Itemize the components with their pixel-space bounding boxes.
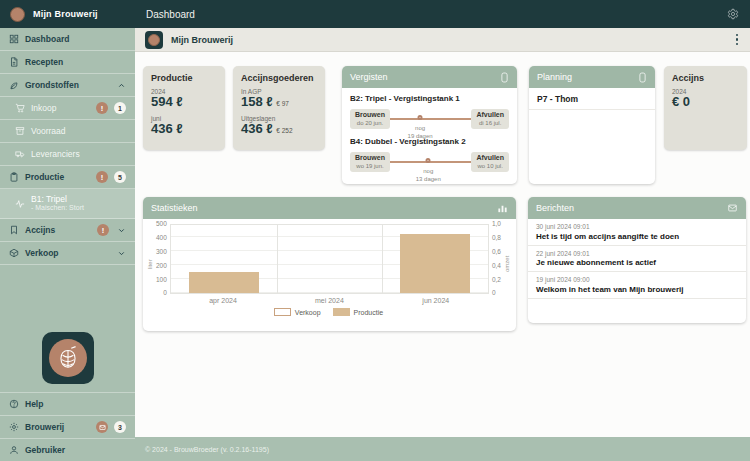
truck-icon [15,149,25,159]
sidebar-item-brouwerij-settings[interactable]: Brouwerij 3 [0,415,135,438]
user-icon [9,445,19,455]
message-item[interactable]: 22 juni 2024 09:01 Je nieuwe abonnement … [528,246,746,273]
stat-value: 158 ℓ € 97 [241,95,317,110]
settings-gear-icon[interactable] [727,8,739,20]
y-tick: 0,4 [492,263,501,270]
accijnsgoederen-card: Accijnsgoederen In AGP 158 ℓ € 97 Uitges… [233,66,325,150]
statistieken-card-header: Statistieken [143,197,516,219]
sidebar-item-accijns[interactable]: Accijns ! [0,219,135,242]
fill-step-pill: Afvullen wo 10 jul. [471,152,509,172]
remaining-word: nog [415,125,425,131]
sidebar-item-label: Accijns [25,225,55,235]
remaining-days: 19 dagen [408,133,433,139]
step-label: Brouwen [355,154,385,163]
bookmark-icon [9,225,19,235]
sidebar-item-label: Inkoop [31,103,57,113]
chart-body: liter 500 400 300 200 100 0 [143,219,516,319]
y-tick: 0,6 [492,249,501,256]
bar-chart-icon[interactable] [497,203,508,214]
step-label: Brouwen [355,111,385,120]
kebab-menu-icon[interactable] [734,32,741,48]
statistieken-card: Statistieken liter 500 400 300 [143,197,516,331]
remaining-days: 13 dagen [416,176,441,182]
batch-step: - Maischen: Stort [31,204,84,213]
message-item[interactable]: 19 juni 2024 09:00 Welkom in het team va… [528,272,746,299]
plot-column: apr 2024 mei 2024 jun 2024 [170,224,489,304]
sidebar-item-gebruiker[interactable]: Gebruiker [0,438,135,461]
message-text: Het is tijd om accijns aangifte te doen [536,232,738,241]
legend-item-verkoop[interactable]: Verkoop [274,308,321,316]
sidebar-item-inkoop[interactable]: Inkoop ! 1 [0,97,135,120]
y-tick: 200 [156,263,167,270]
package-icon [9,248,19,258]
sidebar-item-dashboard[interactable]: Dashboard [0,28,135,51]
dashboard-grid-icon [9,34,19,44]
chevron-up-icon[interactable] [117,81,126,90]
x-axis-labels: apr 2024 mei 2024 jun 2024 [170,297,489,304]
step-label: Afvullen [476,154,504,163]
fermentation-timeline: Brouwen wo 19 jun. nog 13 dagen [350,146,509,178]
sidebar-item-grondstoffen[interactable]: Grondstoffen [0,74,135,97]
planning-icon[interactable] [638,72,647,83]
vertical-gridline [382,225,383,293]
stat-value: 436 ℓ [151,122,217,137]
progress-marker [426,158,431,163]
y-axis-ticks-left: 500 400 300 200 100 0 [153,221,170,297]
progress-track: nog 13 dagen [390,161,471,163]
cards-row-bottom: Statistieken liter 500 400 300 [143,197,750,331]
alert-badge: ! [96,102,108,114]
brewery-avatar [145,31,163,49]
sidebar-item-verkoop[interactable]: Verkoop [0,242,135,265]
messages-badge [96,421,108,433]
productie-bar-jun [400,234,470,293]
stat-euro: € 97 [276,100,289,107]
x-tick: mei 2024 [276,297,382,304]
envelope-icon[interactable] [727,203,738,213]
sidebar-item-leveranciers[interactable]: Leveranciers [0,143,135,166]
sidebar-item-voorraad[interactable]: Voorraad [0,120,135,143]
sidebar-item-batch-b1-tripel[interactable]: B1: Tripel - Maischen: Stort [0,189,135,219]
message-item[interactable]: 30 juni 2024 09:01 Het is tijd om accijn… [528,219,746,246]
stat-liters: 158 ℓ [241,94,273,109]
sidebar-item-productie[interactable]: Productie ! 5 [0,166,135,189]
gear-icon [9,422,19,432]
clipboard-icon [9,172,19,182]
legend-item-productie[interactable]: Productie [333,308,384,316]
step-date: wo 10 jul. [476,163,504,171]
stat-value: 594 ℓ [151,95,217,110]
app-window: Mijn Brouwerij Dashboard Recepten Gronds… [0,0,750,461]
leaf-icon [9,80,19,90]
y-tick: 0 [492,290,501,297]
vergisten-card-header: Vergisten [342,66,517,88]
planning-item[interactable]: P7 - Thom [529,88,655,110]
x-tick: apr 2024 [170,297,276,304]
tank-icon[interactable] [500,72,509,83]
sidebar: Mijn Brouwerij Dashboard Recepten Gronds… [0,0,135,461]
cards-row-top: Productie 2024 594 ℓ juni 436 ℓ Accijnsg… [143,66,750,184]
fermentation-timeline: Brouwen do 20 jun. nog 19 dagen [350,103,509,135]
brewery-subheader: Mijn Brouwerij [135,28,750,52]
main-area: Dashboard Mijn Brouwerij Productie 2024 … [135,0,750,461]
sidebar-item-help[interactable]: Help [0,392,135,415]
planning-card-header: Planning [529,66,655,88]
plot-area [170,224,489,294]
y-axis-ticks-right: 1,0 0,8 0,6 0,4 0,2 0 [489,221,504,297]
sidebar-item-recepten[interactable]: Recepten [0,51,135,74]
activity-icon [15,199,25,209]
chevron-down-icon[interactable] [117,226,126,235]
card-title: Planning [537,72,572,82]
planning-card: Planning P7 - Thom [529,66,655,184]
step-date: wo 19 jun. [355,163,385,171]
message-text: Welkom in het team van Mijn brouwerij [536,285,738,294]
stat-value: 436 ℓ € 252 [241,122,317,137]
y-tick: 300 [156,249,167,256]
message-date: 19 juni 2024 09:00 [536,276,738,283]
fill-step-pill: Afvullen di 16 jul. [471,109,509,129]
vergisten-card: Vergisten B2: Tripel - Vergistingstank 1… [342,66,517,184]
berichten-card-header: Berichten [528,197,746,219]
sidebar-item-label: Gebruiker [25,445,65,455]
y-axis-label-left: liter [147,224,153,304]
y-tick: 0,2 [492,277,501,284]
accijns-card: Accijns 2024 € 0 [664,66,747,150]
chevron-down-icon[interactable] [117,249,126,258]
